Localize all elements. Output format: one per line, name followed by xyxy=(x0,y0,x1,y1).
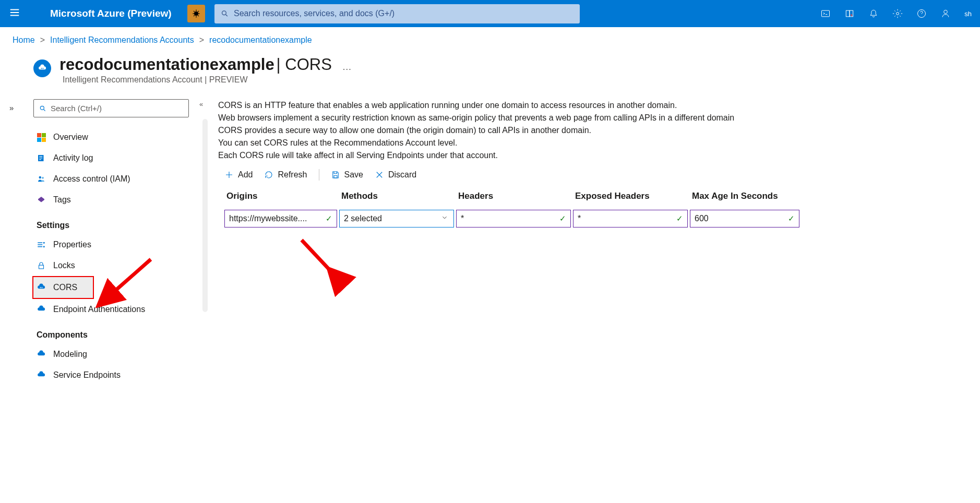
feedback-icon[interactable] xyxy=(940,8,951,19)
breadcrumb-level1[interactable]: Intelligent Recommendations Accounts xyxy=(50,35,194,45)
more-actions-button[interactable]: … xyxy=(340,62,352,73)
bug-icon[interactable] xyxy=(187,5,205,22)
save-icon xyxy=(331,170,340,179)
close-icon xyxy=(375,170,384,179)
column-header-origins: Origins xyxy=(224,187,337,208)
checkmark-icon: ✓ xyxy=(326,214,332,223)
checkmark-icon: ✓ xyxy=(676,214,683,223)
add-button[interactable]: Add xyxy=(224,170,253,179)
column-header-headers: Headers xyxy=(456,187,571,208)
svg-point-16 xyxy=(42,177,44,179)
expand-menu-chevron-icon[interactable]: » xyxy=(9,103,14,112)
refresh-icon xyxy=(264,170,273,179)
overview-icon xyxy=(37,133,46,142)
svg-rect-2 xyxy=(822,10,830,17)
svg-rect-14 xyxy=(39,159,41,160)
cors-icon xyxy=(37,283,46,292)
help-icon[interactable] xyxy=(916,8,927,19)
top-bar: Microsoft Azure (Preview) sh xyxy=(0,0,980,27)
svg-point-7 xyxy=(944,10,948,14)
methods-dropdown[interactable]: 2 selected xyxy=(339,210,454,227)
column-header-exposed: Exposed Headers xyxy=(573,187,688,208)
svg-rect-19 xyxy=(39,265,44,269)
endpoint-auth-icon xyxy=(37,305,46,314)
maxage-input[interactable]: 600 ✓ xyxy=(690,210,799,227)
user-avatar[interactable]: sh xyxy=(964,10,972,18)
service-endpoints-icon xyxy=(37,370,46,380)
blade-name: CORS xyxy=(285,55,332,74)
hamburger-menu-button[interactable] xyxy=(0,7,29,21)
breadcrumb: Home > Intelligent Recommendations Accou… xyxy=(0,27,980,45)
svg-point-18 xyxy=(43,246,45,247)
sidebar-group-settings: Settings xyxy=(33,210,208,234)
discard-button[interactable]: Discard xyxy=(375,170,416,179)
toolbar: Add Refresh Save Discard xyxy=(218,162,799,187)
main-content: « CORS is an HTTP feature that enables a… xyxy=(208,99,806,386)
svg-point-15 xyxy=(39,176,42,179)
sidebar-item-overview[interactable]: Overview xyxy=(33,127,208,148)
breadcrumb-home[interactable]: Home xyxy=(13,35,35,45)
chevron-down-icon xyxy=(441,214,448,223)
sidebar-item-access-control[interactable]: Access control (IAM) xyxy=(33,169,208,189)
resource-name: recodocumentationexample xyxy=(59,55,274,74)
cors-description: CORS is an HTTP feature that enables a w… xyxy=(218,99,799,162)
search-icon xyxy=(221,9,229,18)
tags-icon xyxy=(37,195,46,205)
svg-point-21 xyxy=(42,287,43,288)
topbar-action-icons: sh xyxy=(820,8,980,19)
sidebar-item-properties[interactable]: Properties xyxy=(33,234,208,255)
column-header-maxage: Max Age In Seconds xyxy=(690,187,799,208)
cloud-shell-icon[interactable] xyxy=(820,8,831,19)
blade-sidebar: Search (Ctrl+/) Overview Activity log Ac… xyxy=(33,99,208,386)
breadcrumb-level2[interactable]: recodocumentationexample xyxy=(209,35,312,45)
search-input[interactable] xyxy=(234,9,573,18)
sidebar-search[interactable]: Search (Ctrl+/) xyxy=(33,99,189,117)
svg-rect-13 xyxy=(39,158,42,158)
search-icon xyxy=(39,105,46,112)
origins-input[interactable]: https://mywebssite.... ✓ xyxy=(224,210,337,227)
svg-rect-4 xyxy=(850,10,853,17)
headers-input[interactable]: * ✓ xyxy=(456,210,571,227)
svg-point-8 xyxy=(41,68,42,69)
page-title-row: recodocumentationexample | CORS … xyxy=(0,45,980,74)
checkmark-icon: ✓ xyxy=(559,214,566,223)
sidebar-item-service-endpoints[interactable]: Service Endpoints xyxy=(33,365,208,386)
settings-gear-icon[interactable] xyxy=(892,8,903,19)
properties-icon xyxy=(37,240,46,249)
directories-icon[interactable] xyxy=(844,8,855,19)
svg-point-17 xyxy=(43,242,45,244)
sidebar-item-cors[interactable]: CORS xyxy=(32,276,94,299)
collapse-sidebar-chevron-icon[interactable]: « xyxy=(199,100,203,108)
toolbar-divider xyxy=(319,169,319,181)
svg-rect-12 xyxy=(39,156,42,157)
svg-point-1 xyxy=(222,11,226,15)
sidebar-item-tags[interactable]: Tags xyxy=(33,189,208,210)
notifications-icon[interactable] xyxy=(868,8,879,19)
svg-line-22 xyxy=(302,240,341,282)
column-header-methods: Methods xyxy=(339,187,454,208)
sidebar-item-locks[interactable]: Locks xyxy=(33,255,208,276)
svg-point-9 xyxy=(43,68,44,69)
plus-icon xyxy=(224,170,234,179)
svg-point-10 xyxy=(40,106,44,110)
sidebar-group-components: Components xyxy=(33,320,208,344)
brand-label[interactable]: Microsoft Azure (Preview) xyxy=(29,8,187,19)
sidebar-search-placeholder: Search (Ctrl+/) xyxy=(51,104,102,113)
save-button[interactable]: Save xyxy=(331,170,363,179)
annotation-arrow xyxy=(294,232,351,291)
resource-type-icon xyxy=(33,59,51,77)
cors-rules-table: Origins Methods Headers Exposed Headers … xyxy=(218,187,799,227)
global-search[interactable] xyxy=(214,4,580,23)
sidebar-item-activity-log[interactable]: Activity log xyxy=(33,148,208,169)
refresh-button[interactable]: Refresh xyxy=(264,170,307,179)
modeling-icon xyxy=(37,350,46,359)
sidebar-item-modeling[interactable]: Modeling xyxy=(33,344,208,365)
exposed-headers-input[interactable]: * ✓ xyxy=(573,210,688,227)
sidebar-item-endpoint-auth[interactable]: Endpoint Authentications xyxy=(33,299,208,320)
svg-point-20 xyxy=(40,287,41,288)
iam-icon xyxy=(37,174,46,184)
resource-subtitle: Intelligent Recommendations Account | PR… xyxy=(0,75,980,85)
svg-point-0 xyxy=(194,11,198,16)
svg-point-5 xyxy=(897,13,899,15)
locks-icon xyxy=(37,261,46,270)
